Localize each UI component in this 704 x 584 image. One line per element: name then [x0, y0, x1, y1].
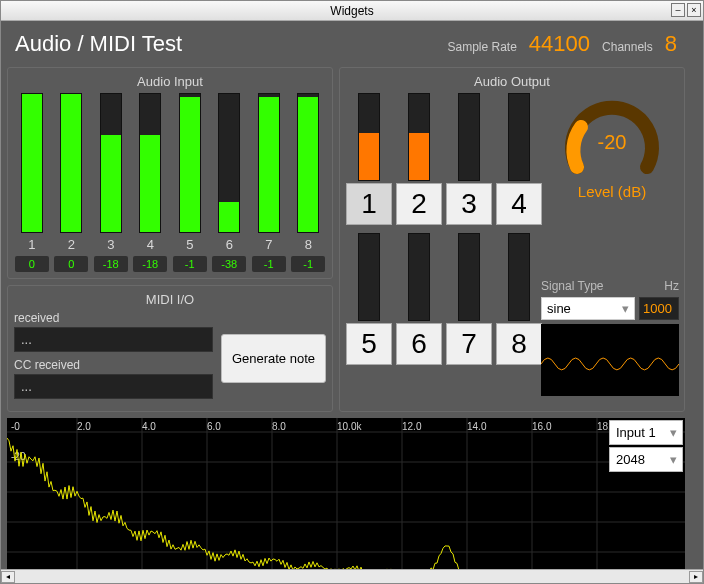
output-meter-7 [458, 233, 480, 321]
audio-input-panel: Audio Input 1 0 2 0 3 -18 4 -18 5 -1 6 -… [7, 67, 333, 279]
svg-text:6.0: 6.0 [207, 421, 221, 432]
spectrum-analyzer: -0 -20 2.04.06.08.010.0k12.014.016.018.0… [7, 418, 685, 569]
output-meter-6 [408, 233, 430, 321]
signal-type-label: Signal Type [541, 279, 604, 293]
svg-text:-0: -0 [11, 421, 20, 432]
scroll-right-icon[interactable]: ▸ [689, 571, 703, 583]
svg-text:16.0: 16.0 [532, 421, 552, 432]
output-channel-button-2[interactable]: 2 [396, 183, 442, 225]
hz-label: Hz [664, 279, 679, 293]
sample-rate-label: Sample Rate [447, 40, 516, 54]
input-meter-8 [297, 93, 319, 233]
input-ch-num: 4 [147, 237, 154, 252]
dial-value: -20 [598, 131, 627, 153]
input-meter-3 [100, 93, 122, 233]
input-meter-5 [179, 93, 201, 233]
input-meter-2 [60, 93, 82, 233]
spectrum-input-select[interactable]: Input 1 [609, 420, 683, 445]
svg-text:8.0: 8.0 [272, 421, 286, 432]
input-ch-num: 2 [68, 237, 75, 252]
signal-type-select[interactable]: sine [541, 297, 635, 320]
minimize-icon[interactable]: – [671, 3, 685, 17]
input-ch-num: 3 [107, 237, 114, 252]
hz-input[interactable]: 1000 [639, 297, 679, 320]
header: Audio / MIDI Test Sample Rate 44100 Chan… [1, 21, 691, 67]
output-channel-button-4[interactable]: 4 [496, 183, 542, 225]
channels-value: 8 [665, 31, 677, 57]
svg-text:10.0k: 10.0k [337, 421, 362, 432]
input-ch-num: 6 [226, 237, 233, 252]
horizontal-scrollbar[interactable]: ◂ ▸ [1, 569, 703, 583]
generate-note-button[interactable]: Generate note [221, 334, 326, 383]
sample-rate-value: 44100 [529, 31, 590, 57]
input-meter-6 [218, 93, 240, 233]
input-ch-db: -38 [212, 256, 246, 272]
output-channel-button-1[interactable]: 1 [346, 183, 392, 225]
output-channel-button-8[interactable]: 8 [496, 323, 542, 365]
dial-label: Level (dB) [578, 183, 646, 200]
input-meter-4 [139, 93, 161, 233]
output-meter-4 [508, 93, 530, 181]
midi-received-value: ... [14, 327, 213, 352]
scroll-left-icon[interactable]: ◂ [1, 571, 15, 583]
spectrum-fft-select[interactable]: 2048 [609, 447, 683, 472]
audio-output-panel: Audio Output 1 2 3 4 -20 Level (dB) [339, 67, 685, 412]
input-ch-num: 7 [265, 237, 272, 252]
input-ch-num: 1 [28, 237, 35, 252]
close-icon[interactable]: × [687, 3, 701, 17]
output-meter-2 [408, 93, 430, 181]
input-ch-db: -1 [252, 256, 286, 272]
midi-cc-value: ... [14, 374, 213, 399]
midi-panel: MIDI I/O received ... CC received ... [7, 285, 333, 412]
svg-text:4.0: 4.0 [142, 421, 156, 432]
window-title: Widgets [330, 4, 373, 18]
midi-cc-label: CC received [14, 358, 213, 372]
input-ch-db: -18 [133, 256, 167, 272]
output-meter-1 [358, 93, 380, 181]
input-ch-db: -1 [173, 256, 207, 272]
output-meter-5 [358, 233, 380, 321]
input-ch-num: 8 [305, 237, 312, 252]
output-meter-8 [508, 233, 530, 321]
output-channel-button-7[interactable]: 7 [446, 323, 492, 365]
level-dial[interactable]: -20 [557, 97, 667, 187]
svg-text:2.0: 2.0 [77, 421, 91, 432]
waveform-preview [541, 324, 679, 396]
svg-text:14.0: 14.0 [467, 421, 487, 432]
midi-received-label: received [14, 311, 213, 325]
input-ch-db: 0 [15, 256, 49, 272]
output-meter-3 [458, 93, 480, 181]
scroll-area[interactable]: Audio / MIDI Test Sample Rate 44100 Chan… [1, 21, 703, 569]
input-ch-db: -1 [291, 256, 325, 272]
titlebar: Widgets – × [1, 1, 703, 21]
input-ch-num: 5 [186, 237, 193, 252]
output-channel-button-3[interactable]: 3 [446, 183, 492, 225]
audio-output-title: Audio Output [346, 74, 678, 89]
channels-label: Channels [602, 40, 653, 54]
midi-title: MIDI I/O [14, 292, 326, 307]
svg-text:12.0: 12.0 [402, 421, 422, 432]
audio-input-title: Audio Input [14, 74, 326, 89]
output-channel-button-5[interactable]: 5 [346, 323, 392, 365]
input-meter-1 [21, 93, 43, 233]
input-meter-7 [258, 93, 280, 233]
app-window: Widgets – × Audio / MIDI Test Sample Rat… [0, 0, 704, 584]
output-channel-button-6[interactable]: 6 [396, 323, 442, 365]
input-ch-db: 0 [54, 256, 88, 272]
page-title: Audio / MIDI Test [15, 31, 182, 57]
input-ch-db: -18 [94, 256, 128, 272]
